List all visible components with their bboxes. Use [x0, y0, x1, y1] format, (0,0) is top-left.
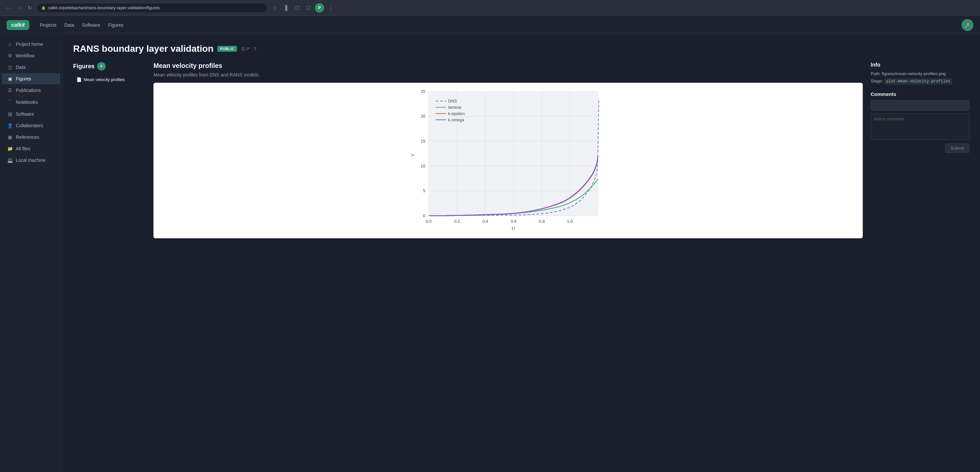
browser-nav-buttons: ← → ↻ — [4, 3, 34, 13]
extension-3[interactable]: ☐ — [304, 3, 313, 13]
notebooks-icon: ⌒ — [7, 99, 13, 105]
svg-text:20: 20 — [421, 114, 425, 119]
sidebar-label-workflow: Workflow — [16, 53, 35, 58]
svg-text:DNS: DNS — [448, 99, 457, 104]
bookmark-button[interactable]: ☆ — [270, 3, 279, 13]
sidebar-label-project-home: Project home — [16, 41, 43, 47]
stage-label: Stage: — [871, 78, 883, 83]
local-machine-icon: 💻 — [7, 158, 13, 163]
figure-image-container: 0.0 0.2 0.4 0.6 0.8 1.0 U 0 5 10 — [153, 83, 863, 238]
figures-panel-header: Figures + — [73, 62, 146, 70]
svg-text:k-epsilon: k-epsilon — [448, 112, 465, 116]
svg-text:U: U — [512, 226, 515, 231]
figures-layout: Figures + 📄 Mean velocity profiles Mean … — [73, 62, 969, 238]
sidebar-label-all-files: All files — [16, 146, 30, 151]
svg-line-14 — [598, 98, 599, 157]
main-content: RANS boundary layer validation PUBLIC ⊙↗… — [62, 34, 980, 472]
velocity-chart: 0.0 0.2 0.4 0.6 0.8 1.0 U 0 5 10 — [159, 88, 858, 233]
sidebar-item-references[interactable]: ▦ References — [2, 132, 60, 143]
main-area: ⌂ Project home ⚙ Workflow ◫ Data ▣ Figur… — [0, 34, 980, 472]
add-figure-button[interactable]: + — [97, 62, 106, 70]
svg-text:0.0: 0.0 — [426, 219, 431, 224]
figure-detail: Mean velocity profiles Mean velocity pro… — [146, 62, 871, 238]
comment-textarea[interactable] — [871, 113, 969, 140]
help-icon[interactable]: ? — [254, 46, 256, 52]
refresh-button[interactable]: ↻ — [25, 3, 34, 13]
info-path-row: Path: figures/mean-velocity-profiles.png — [871, 71, 969, 76]
sidebar-label-data: Data — [16, 65, 26, 70]
workflow-icon: ⚙ — [7, 53, 13, 58]
info-panel: Info Path: figures/mean-velocity-profile… — [871, 62, 969, 238]
project-title: RANS boundary layer validation — [73, 43, 213, 54]
collaborators-icon: 👤 — [7, 123, 13, 128]
data-icon: ◫ — [7, 65, 13, 70]
svg-text:0.4: 0.4 — [482, 219, 488, 224]
figure-list-icon: 📄 — [76, 77, 82, 82]
sidebar-item-publications[interactable]: ☰ Publications — [2, 85, 60, 96]
nav-software[interactable]: Software — [82, 21, 100, 29]
sidebar-label-references: References — [16, 134, 40, 140]
top-nav-links: Projects Data Software Figures — [40, 21, 124, 29]
sidebar-item-all-files[interactable]: 📁 All files — [2, 143, 60, 154]
svg-text:laminar: laminar — [448, 105, 462, 110]
public-badge: PUBLIC — [217, 46, 237, 52]
sidebar-item-collaborators[interactable]: 👤 Collaborators — [2, 120, 60, 131]
nav-figures[interactable]: Figures — [108, 21, 124, 29]
sidebar-label-local-machine: Local machine — [16, 158, 45, 163]
svg-text:5: 5 — [423, 188, 425, 193]
svg-text:10: 10 — [421, 164, 425, 168]
menu-button[interactable]: ⋮ — [326, 3, 335, 13]
back-button[interactable]: ← — [4, 3, 13, 13]
project-title-row: RANS boundary layer validation PUBLIC ⊙↗… — [73, 43, 969, 54]
figures-panel-title: Figures — [73, 63, 94, 70]
publications-icon: ☰ — [7, 88, 13, 93]
forward-button[interactable]: → — [14, 3, 24, 13]
references-icon: ▦ — [7, 134, 13, 140]
logo[interactable]: calkit — [6, 20, 29, 30]
comments-title: Comments — [871, 91, 969, 97]
software-icon: ▤ — [7, 112, 13, 117]
sidebar-item-data[interactable]: ◫ Data — [2, 62, 60, 73]
sidebar-item-local-machine[interactable]: 💻 Local machine — [2, 155, 60, 166]
figure-list-item-mean-velocity[interactable]: 📄 Mean velocity profiles — [73, 75, 146, 85]
sidebar-label-publications: Publications — [16, 88, 41, 93]
browser-actions: ☆ ▐| ⬡ ☐ P ⋮ — [270, 3, 335, 13]
top-nav: calkit Projects Data Software Figures 🚀 — [0, 16, 980, 34]
svg-text:0.6: 0.6 — [511, 219, 516, 224]
extension-1[interactable]: ▐| — [281, 3, 290, 13]
comment-search-bar[interactable] — [871, 100, 969, 111]
svg-text:1.0: 1.0 — [567, 219, 573, 224]
path-value: figures/mean-velocity-profiles.png — [882, 71, 946, 76]
top-nav-right: 🚀 — [962, 19, 974, 31]
app: calkit Projects Data Software Figures 🚀 … — [0, 16, 980, 472]
svg-text:15: 15 — [421, 139, 425, 144]
stage-value: plot-mean-velocity-profiles — [884, 78, 952, 85]
sidebar-label-software: Software — [16, 112, 34, 117]
sidebar-item-figures[interactable]: ▣ Figures — [2, 73, 60, 85]
figure-description: Mean velocity profiles from DNS and RANS… — [153, 72, 863, 77]
svg-rect-0 — [429, 91, 598, 215]
submit-button[interactable]: Submit — [945, 144, 969, 153]
top-right-avatar[interactable]: 🚀 — [962, 19, 974, 31]
address-bar[interactable]: 🔒 calkit.io/petebachant/rans-boundary-la… — [37, 3, 267, 13]
figure-list-label: Mean velocity profiles — [84, 77, 125, 82]
svg-text:k-omega: k-omega — [448, 118, 464, 122]
browser-chrome: ← → ↻ 🔒 calkit.io/petebachant/rans-bound… — [0, 0, 980, 16]
svg-text:25: 25 — [421, 89, 425, 94]
sidebar-item-workflow[interactable]: ⚙ Workflow — [2, 50, 60, 61]
sidebar-item-notebooks[interactable]: ⌒ Notebooks — [2, 96, 60, 108]
nav-data[interactable]: Data — [65, 21, 75, 29]
extension-2[interactable]: ⬡ — [293, 3, 302, 13]
path-label: Path: — [871, 71, 881, 76]
sidebar-item-project-home[interactable]: ⌂ Project home — [2, 38, 60, 50]
user-avatar[interactable]: P — [315, 3, 324, 13]
home-icon: ⌂ — [7, 41, 13, 47]
sidebar-label-figures: Figures — [16, 76, 31, 81]
sidebar-label-notebooks: Notebooks — [16, 100, 38, 105]
sidebar-item-software[interactable]: ▤ Software — [2, 108, 60, 120]
svg-text:0.2: 0.2 — [454, 219, 460, 224]
info-stage-row: Stage: plot-mean-velocity-profiles — [871, 78, 969, 85]
figure-name: Mean velocity profiles — [153, 62, 863, 70]
nav-projects[interactable]: Projects — [40, 21, 57, 29]
github-icon[interactable]: ⊙↗ — [241, 46, 250, 52]
